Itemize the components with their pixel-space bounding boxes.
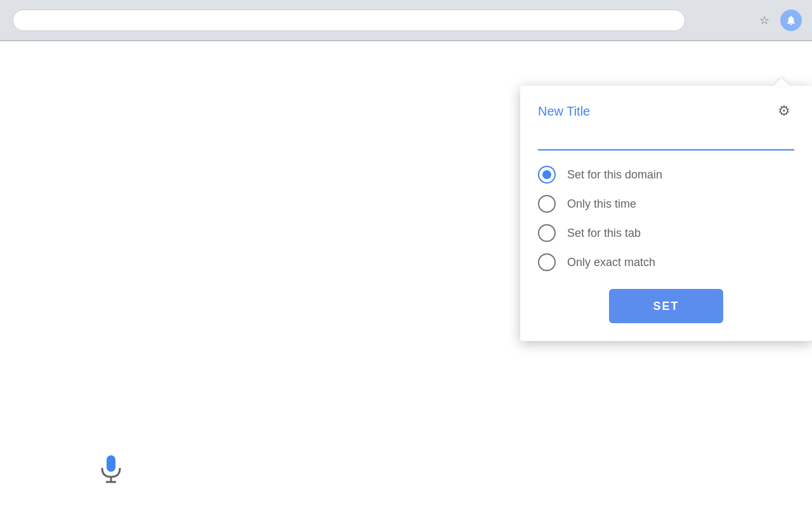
microphone-icon — [98, 454, 124, 486]
popup-header: New Title ⚙ — [538, 101, 794, 121]
radio-label-exact: Only exact match — [567, 256, 655, 269]
popup-input-area — [538, 131, 794, 150]
radio-options: Set for this domain Only this time Set f… — [538, 166, 794, 271]
star-button[interactable] — [754, 10, 775, 31]
radio-label-domain: Set for this domain — [567, 168, 662, 182]
radio-circle-onetime — [538, 195, 556, 213]
radio-option-onetime[interactable]: Only this time — [538, 195, 794, 213]
radio-label-tab: Set for this tab — [567, 227, 641, 240]
radio-option-exact[interactable]: Only exact match — [538, 253, 794, 271]
radio-label-onetime: Only this time — [567, 197, 636, 211]
popup-title: New Title — [538, 104, 590, 119]
radio-option-tab[interactable]: Set for this tab — [538, 224, 794, 242]
star-icon — [759, 13, 769, 27]
extension-icon — [785, 15, 797, 26]
popup-panel: New Title ⚙ Set for this domain Only thi… — [520, 86, 812, 341]
radio-circle-exact — [538, 253, 556, 271]
title-input[interactable] — [538, 131, 794, 150]
radio-circle-domain — [538, 166, 556, 184]
gear-button[interactable]: ⚙ — [774, 101, 794, 121]
gear-icon: ⚙ — [778, 103, 790, 119]
google-mic-widget — [79, 444, 143, 495]
radio-circle-tab — [538, 224, 556, 242]
radio-dot-domain — [542, 170, 551, 179]
address-bar[interactable] — [13, 10, 685, 31]
browser-chrome — [0, 0, 812, 41]
set-button[interactable]: SET — [609, 289, 723, 323]
radio-option-domain[interactable]: Set for this domain — [538, 166, 794, 184]
page-content: New Title ⚙ Set for this domain Only thi… — [0, 41, 812, 508]
svg-rect-0 — [107, 455, 115, 472]
extension-button[interactable] — [780, 10, 802, 31]
